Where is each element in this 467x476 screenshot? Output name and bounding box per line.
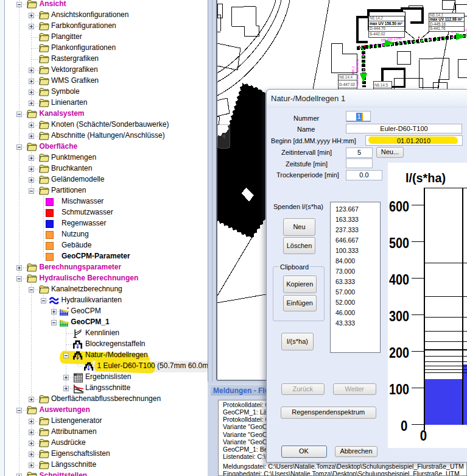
svg-text:S-442.02: S-442.02 <box>370 32 385 36</box>
svg-text:max UV 112.98 m²: max UV 112.98 m² <box>430 17 462 21</box>
svg-text:max UV 156.50 m²: max UV 156.50 m² <box>370 21 402 26</box>
svg-text:0: 0 <box>420 427 427 444</box>
svg-text:500: 500 <box>389 235 409 251</box>
svg-text:N6.14.4: N6.14.4 <box>339 75 353 79</box>
svg-text:400: 400 <box>389 271 409 288</box>
svg-text:300: 300 <box>389 308 409 324</box>
svg-text:l/(s*ha): l/(s*ha) <box>406 171 446 185</box>
svg-text:0: 0 <box>401 418 407 435</box>
svg-text:D-445.16: D-445.16 <box>430 22 446 26</box>
svg-text:N6.14.5: N6.14.5 <box>374 83 388 87</box>
svg-text:N6.14.2: N6.14.2 <box>370 16 384 20</box>
svg-text:N6.14.1: N6.14.1 <box>430 13 444 17</box>
svg-text:D-444.70: D-444.70 <box>370 26 385 30</box>
svg-text:D-447.02: D-447.02 <box>339 82 355 87</box>
svg-text:600: 600 <box>389 198 409 215</box>
svg-text:S-441.76: S-441.76 <box>430 26 446 30</box>
svg-text:100: 100 <box>389 381 409 397</box>
svg-text:200: 200 <box>389 344 409 361</box>
